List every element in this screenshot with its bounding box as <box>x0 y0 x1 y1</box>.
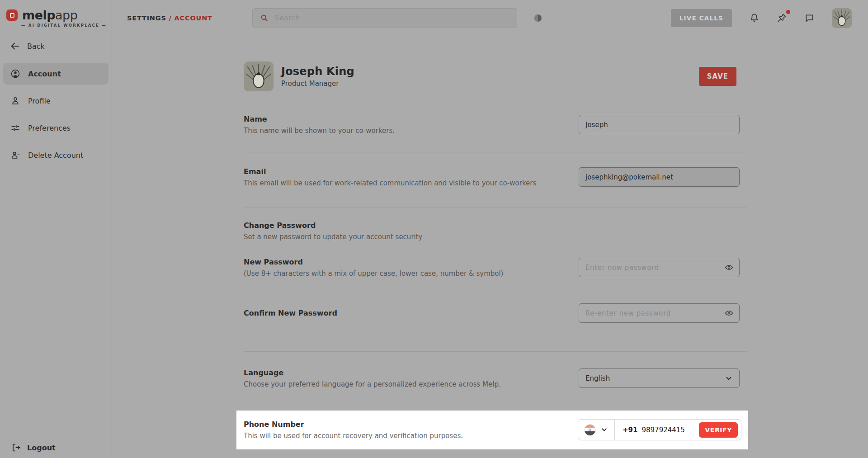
breadcrumb-separator: / <box>169 14 172 22</box>
sidebar-item-label: Profile <box>28 97 51 105</box>
melp-logo-icon <box>6 9 18 21</box>
eye-icon[interactable] <box>724 308 734 318</box>
search-icon <box>260 14 269 22</box>
dial-code: +91 <box>623 426 637 434</box>
search-bar[interactable] <box>252 8 517 28</box>
back-button[interactable]: Back <box>10 41 112 51</box>
pin-button[interactable] <box>777 13 787 23</box>
brand-name-bold: melp <box>22 8 55 22</box>
confirm-password-label: Confirm New Password <box>244 309 337 317</box>
search-input[interactable] <box>275 14 509 22</box>
sidebar-item-label: Delete Account <box>28 151 83 160</box>
user-avatar[interactable] <box>832 8 852 28</box>
bell-icon[interactable] <box>749 13 760 23</box>
sidebar-item-label: Preferences <box>28 124 71 132</box>
logout-button[interactable]: Logout <box>0 437 112 458</box>
avatar-bird-image <box>244 61 274 91</box>
language-description: Choose your preferred language for a per… <box>244 380 501 388</box>
save-button[interactable]: SAVE <box>699 67 736 86</box>
person-minus-icon <box>10 150 20 160</box>
sidebar-item-profile[interactable]: Profile <box>3 90 108 112</box>
phone-number-field[interactable]: +91 9897924415 <box>615 426 699 434</box>
profile-header: Joseph King Product Manager SAVE <box>244 61 747 91</box>
user-name: Joseph King <box>281 65 354 78</box>
person-icon <box>10 96 20 106</box>
breadcrumb-settings: SETTINGS <box>127 14 166 22</box>
logout-icon <box>11 443 21 453</box>
email-description: This email will be used for work-related… <box>244 179 536 187</box>
top-bar: SETTINGS / ACCOUNT LIVE CALLS <box>112 0 868 36</box>
breadcrumb-account: ACCOUNT <box>175 14 212 22</box>
new-password-row: New Password (Use 8+ characters with a m… <box>244 258 747 278</box>
sidebar: melpapp — AI DIGITAL WORKPLACE — Back Ac… <box>0 0 112 458</box>
settings-nav: Account Profile Preferences Delete Accou… <box>0 63 112 166</box>
name-row: Name This name will be shown to your co-… <box>244 91 747 152</box>
pin-icon <box>777 13 787 23</box>
sliders-icon <box>10 123 20 133</box>
brand-name: melpapp <box>22 8 77 22</box>
new-password-description: (Use 8+ characters with a mix of upper c… <box>244 269 503 278</box>
name-description: This name will be shown to your co-worke… <box>244 127 395 135</box>
profile-avatar[interactable] <box>244 61 274 91</box>
sidebar-item-account[interactable]: Account <box>3 63 108 85</box>
country-select[interactable] <box>578 420 614 440</box>
language-label: Language <box>244 368 501 377</box>
phone-number-row: Phone Number This will be used for accou… <box>236 411 748 449</box>
account-circle-icon <box>10 69 20 79</box>
india-flag-icon <box>584 424 596 436</box>
theme-toggle-icon[interactable] <box>533 13 543 23</box>
brand-name-light: app <box>55 8 77 22</box>
phone-number-value: 9897924415 <box>642 426 684 434</box>
name-label: Name <box>244 115 395 123</box>
sidebar-item-delete-account[interactable]: Delete Account <box>3 144 108 166</box>
email-row: Email This email will be used for work-r… <box>244 152 747 208</box>
brand-tagline: — AI DIGITAL WORKPLACE — <box>21 23 112 28</box>
chevron-down-icon <box>600 426 608 434</box>
confirm-password-row: Confirm New Password <box>244 303 747 323</box>
new-password-input[interactable] <box>579 258 740 277</box>
email-label: Email <box>244 167 536 176</box>
phone-input-group: +91 9897924415 VERIFY <box>578 419 741 440</box>
arrow-left-icon <box>10 41 20 51</box>
confirm-password-input[interactable] <box>579 303 740 323</box>
new-password-label: New Password <box>244 258 503 266</box>
email-input[interactable] <box>579 167 740 187</box>
chat-icon[interactable] <box>804 13 815 23</box>
live-calls-button[interactable]: LIVE CALLS <box>671 9 732 27</box>
notification-dot <box>786 10 790 14</box>
eye-icon[interactable] <box>724 263 734 272</box>
phone-description: This will be used for account recovery a… <box>244 432 463 440</box>
language-row: Language Choose your preferred language … <box>244 352 747 405</box>
verify-button[interactable]: VERIFY <box>699 422 738 438</box>
phone-label: Phone Number <box>244 420 463 429</box>
chevron-down-icon <box>725 374 733 382</box>
user-role: Product Manager <box>281 80 354 88</box>
top-bar-actions: LIVE CALLS <box>671 8 868 28</box>
account-settings-page: Joseph King Product Manager SAVE Name Th… <box>112 36 868 458</box>
name-input[interactable] <box>579 115 740 134</box>
breadcrumb: SETTINGS / ACCOUNT <box>127 14 212 22</box>
change-password-description: Set a new password to update your accoun… <box>244 233 587 241</box>
language-selected-value: English <box>585 374 610 382</box>
sidebar-item-label: Account <box>28 70 61 78</box>
language-select[interactable]: English <box>579 368 740 388</box>
brand-logo: melpapp <box>0 0 112 22</box>
avatar-bird-image <box>832 8 852 28</box>
back-label: Back <box>27 42 45 51</box>
change-password-label: Change Password <box>244 221 587 230</box>
change-password-section: Change Password Set a new password to up… <box>244 208 747 352</box>
logout-label: Logout <box>27 444 56 452</box>
sidebar-item-preferences[interactable]: Preferences <box>3 117 108 139</box>
